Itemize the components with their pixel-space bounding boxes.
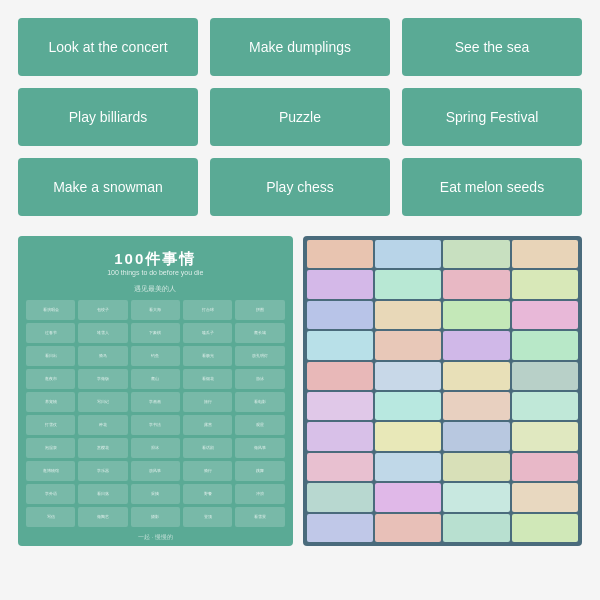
mini-card <box>443 392 509 420</box>
checklist-item[interactable]: 看日出 <box>26 346 75 366</box>
checklist-item[interactable]: 滑冰 <box>131 438 180 458</box>
checklist-grid: 看演唱会包饺子看大海打台球拼图过春节堆雪人下象棋嗑瓜子爬长城看日出骑马钓鱼看极光… <box>26 300 285 527</box>
checklist-item[interactable]: 打台球 <box>183 300 232 320</box>
checklist-item[interactable]: 泡温泉 <box>26 438 75 458</box>
checklist-item[interactable]: 骑马 <box>78 346 127 366</box>
checklist-item[interactable]: 学做饭 <box>78 369 127 389</box>
mini-card <box>443 362 509 390</box>
checklist-item[interactable]: 放风筝 <box>131 461 180 481</box>
mini-card <box>307 240 373 268</box>
checklist-item[interactable]: 旅行 <box>183 392 232 412</box>
mini-card <box>512 240 578 268</box>
mini-card <box>307 270 373 298</box>
checklist-item[interactable]: 观星 <box>235 415 284 435</box>
checklist-item[interactable]: 看烟花 <box>183 369 232 389</box>
card-4[interactable]: Play billiards <box>18 88 198 146</box>
checklist-item[interactable]: 下象棋 <box>131 323 180 343</box>
checklist-item[interactable]: 爬长城 <box>235 323 284 343</box>
checklist-item[interactable]: 跳舞 <box>235 461 284 481</box>
checklist-item[interactable]: 赏樱花 <box>78 438 127 458</box>
mini-card <box>375 453 441 481</box>
mini-card <box>307 362 373 390</box>
mini-card <box>375 240 441 268</box>
checklist-item[interactable]: 看演唱会 <box>26 300 75 320</box>
poster-left: 100件事情 100 things to do before you die 遇… <box>18 236 293 546</box>
mini-card <box>443 422 509 450</box>
mini-card <box>512 392 578 420</box>
checklist-item[interactable]: 写日记 <box>78 392 127 412</box>
card-2[interactable]: Make dumplings <box>210 18 390 76</box>
card-6[interactable]: Spring Festival <box>402 88 582 146</box>
checklist-item[interactable]: 摄影 <box>131 507 180 527</box>
mini-card <box>512 270 578 298</box>
mini-card <box>307 514 373 542</box>
checklist-item[interactable]: 逛夜市 <box>26 369 75 389</box>
checklist-item[interactable]: 做陶艺 <box>78 507 127 527</box>
mini-card <box>307 453 373 481</box>
checklist-item[interactable]: 学书法 <box>131 415 180 435</box>
checklist-item[interactable]: 写信 <box>26 507 75 527</box>
mini-card <box>443 301 509 329</box>
checklist-item[interactable]: 嗑瓜子 <box>183 323 232 343</box>
checklist-item[interactable]: 看雪景 <box>235 507 284 527</box>
mini-card <box>375 483 441 511</box>
checklist-item[interactable]: 看大海 <box>131 300 180 320</box>
checklist-item[interactable]: 骑行 <box>183 461 232 481</box>
checklist-item[interactable]: 爬山 <box>131 369 180 389</box>
mini-card <box>443 240 509 268</box>
poster-title-en: 100 things to do before you die <box>107 269 203 276</box>
card-1[interactable]: Look at the concert <box>18 18 198 76</box>
mini-card <box>512 514 578 542</box>
checklist-item[interactable]: 包饺子 <box>78 300 127 320</box>
checklist-item[interactable]: 做风筝 <box>235 438 284 458</box>
checklist-item[interactable]: 堆雪人 <box>78 323 127 343</box>
checklist-item[interactable]: 过春节 <box>26 323 75 343</box>
mini-card <box>375 301 441 329</box>
mini-card <box>375 362 441 390</box>
mini-card <box>512 453 578 481</box>
checklist-item[interactable]: 看极光 <box>183 346 232 366</box>
card-5[interactable]: Puzzle <box>210 88 390 146</box>
mini-card <box>375 270 441 298</box>
checklist-item[interactable]: 看话剧 <box>183 438 232 458</box>
mini-card <box>443 331 509 359</box>
checklist-item[interactable]: 冲浪 <box>235 484 284 504</box>
mini-card <box>375 392 441 420</box>
checklist-item[interactable]: 养宠物 <box>26 392 75 412</box>
checklist-item[interactable]: 学乐器 <box>78 461 127 481</box>
poster-right <box>303 236 582 546</box>
checklist-item[interactable]: 游泳 <box>235 369 284 389</box>
mini-card <box>443 483 509 511</box>
checklist-item[interactable]: 登顶 <box>183 507 232 527</box>
card-3[interactable]: See the sea <box>402 18 582 76</box>
card-8[interactable]: Play chess <box>210 158 390 216</box>
mini-card <box>307 301 373 329</box>
checklist-item[interactable]: 露营 <box>183 415 232 435</box>
checklist-item[interactable]: 野餐 <box>183 484 232 504</box>
checklist-item[interactable]: 钓鱼 <box>131 346 180 366</box>
card-9[interactable]: Eat melon seeds <box>402 158 582 216</box>
checklist-item[interactable]: 学外语 <box>26 484 75 504</box>
checklist-item[interactable]: 拼图 <box>235 300 284 320</box>
poster-title-cn: 100件事情 <box>114 250 196 269</box>
checklist-item[interactable]: 学画画 <box>131 392 180 412</box>
mini-card <box>512 301 578 329</box>
card-7[interactable]: Make a snowman <box>18 158 198 216</box>
poster-footer: 一起 · 慢慢的 <box>138 533 173 542</box>
mini-card <box>307 392 373 420</box>
checklist-item[interactable]: 看日落 <box>78 484 127 504</box>
mini-card <box>443 453 509 481</box>
mini-card <box>512 362 578 390</box>
checklist-item[interactable]: 采摘 <box>131 484 180 504</box>
mini-card <box>512 483 578 511</box>
mini-card <box>307 483 373 511</box>
mini-card <box>512 331 578 359</box>
checklist-item[interactable]: 放孔明灯 <box>235 346 284 366</box>
checklist-item[interactable]: 看电影 <box>235 392 284 412</box>
checklist-item[interactable]: 打雪仗 <box>26 415 75 435</box>
activity-grid: Look at the concertMake dumplingsSee the… <box>0 0 600 226</box>
mini-card <box>307 331 373 359</box>
mini-card <box>512 422 578 450</box>
checklist-item[interactable]: 种花 <box>78 415 127 435</box>
checklist-item[interactable]: 逛博物馆 <box>26 461 75 481</box>
